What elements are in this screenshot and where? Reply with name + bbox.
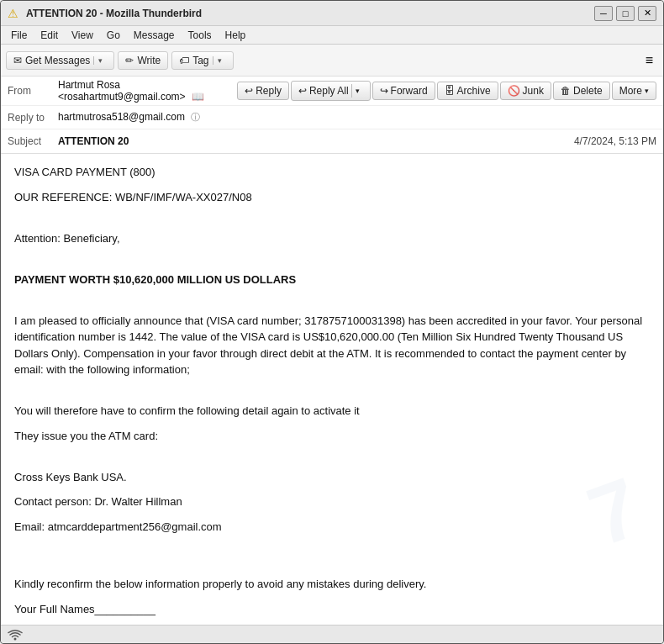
forward-button[interactable]: ↪ Forward (372, 82, 435, 100)
svg-point-0 (14, 637, 17, 640)
from-value: Hartmut Rosa <rosahartmut9@gmail.com> 📖 (58, 79, 234, 103)
reply-all-dropdown-icon[interactable]: ▾ (351, 84, 363, 98)
from-row: From Hartmut Rosa <rosahartmut9@gmail.co… (1, 77, 663, 106)
close-button[interactable]: ✕ (638, 6, 656, 21)
email-date: 4/7/2024, 5:13 PM (574, 135, 656, 147)
pencil-icon: ✏ (125, 55, 134, 66)
main-window: ⚠ ATTENTION 20 - Mozilla Thunderbird ─ □… (0, 0, 664, 644)
reply-all-label: Reply All (309, 85, 349, 97)
write-button[interactable]: ✏ Write (118, 51, 168, 70)
subject-label: Subject (8, 135, 58, 147)
tag-button[interactable]: 🏷 Tag ▾ (171, 51, 233, 70)
junk-icon: 🚫 (508, 85, 520, 97)
envelope-icon: ✉ (13, 55, 22, 66)
title-bar: ⚠ ATTENTION 20 - Mozilla Thunderbird ─ □… (1, 1, 663, 26)
junk-button[interactable]: 🚫 Junk (500, 82, 551, 100)
reply-to-label: Reply to (8, 112, 58, 124)
window-controls: ─ □ ✕ (594, 6, 656, 21)
archive-button[interactable]: 🗄 Archive (437, 82, 498, 100)
minimize-button[interactable]: ─ (594, 6, 613, 21)
body-line2: OUR REFERENCE: WB/NF/IMF/WA-XX027/N08 (14, 189, 650, 206)
archive-icon: 🗄 (445, 85, 455, 97)
delete-button[interactable]: 🗑 Delete (553, 82, 610, 100)
subject-row: Subject ATTENTION 20 4/7/2024, 5:13 PM (1, 129, 663, 153)
email-header: From Hartmut Rosa <rosahartmut9@gmail.co… (1, 77, 663, 154)
menu-edit[interactable]: Edit (34, 29, 65, 42)
body-line1: VISA CARD PAYMENT (800) (14, 164, 650, 181)
reply-button[interactable]: ↩ Reply (237, 82, 289, 100)
menu-help[interactable]: Help (219, 29, 253, 42)
tag-dropdown-icon[interactable]: ▾ (213, 56, 226, 65)
reply-to-email: hartmutrosa518@gmail.com (58, 111, 185, 123)
wifi-icon (8, 629, 23, 641)
reply-to-value: hartmutrosa518@gmail.com ⓘ (58, 111, 656, 124)
body-line9: You will therefore have to confirm the f… (14, 403, 650, 420)
menu-file[interactable]: File (4, 29, 34, 42)
body-line18: Your Full Names__________ (14, 601, 650, 618)
more-label: More (619, 85, 642, 97)
menu-view[interactable]: View (65, 29, 100, 42)
menu-bar: File Edit View Go Message Tools Help (1, 26, 663, 45)
body-line17: Kindly reconfirm the below information p… (14, 576, 650, 593)
body-line14: Email: atmcarddepartment256@gmail.com (14, 519, 650, 536)
body-line12: Cross Keys Bank USA. (14, 469, 650, 486)
from-email: <rosahartmut9@gmail.com> (58, 91, 186, 103)
get-messages-label: Get Messages (25, 55, 90, 66)
from-action-buttons: ↩ Reply ↩ Reply All ▾ ↪ Forward 🗄 Archiv… (237, 81, 656, 101)
from-label: From (8, 85, 58, 97)
trash-icon: 🗑 (561, 85, 571, 97)
window-title: ATTENTION 20 - Mozilla Thunderbird (26, 8, 594, 19)
toolbar: ✉ Get Messages ▾ ✏ Write 🏷 Tag ▾ ≡ (1, 45, 663, 77)
address-book-icon[interactable]: 📖 (192, 91, 204, 103)
email-body: 7 VISA CARD PAYMENT (800) OUR REFERENCE:… (1, 154, 663, 625)
app-icon: ⚠ (8, 7, 21, 20)
more-button[interactable]: More ▾ (612, 82, 656, 100)
get-messages-button[interactable]: ✉ Get Messages ▾ (6, 51, 114, 70)
reply-icon: ↩ (245, 85, 253, 97)
body-line10: They issue you the ATM card: (14, 428, 650, 445)
body-line13: Contact person: Dr. Walter Hillman (14, 494, 650, 510)
email-content: VISA CARD PAYMENT (800) OUR REFERENCE: W… (14, 164, 650, 625)
menu-message[interactable]: Message (127, 29, 182, 42)
hamburger-menu-button[interactable]: ≡ (640, 50, 658, 71)
body-paragraph1: I am pleased to officially announce that… (14, 313, 650, 378)
reply-all-button[interactable]: ↩ Reply All ▾ (291, 81, 371, 101)
reply-label: Reply (256, 85, 282, 97)
delete-label: Delete (573, 85, 603, 97)
from-name: Hartmut Rosa (58, 79, 120, 91)
archive-label: Archive (457, 85, 491, 97)
body-line6: PAYMENT WORTH $10,620,000 MILLION US DOL… (14, 272, 650, 288)
status-bar (1, 625, 663, 643)
subject-value: ATTENTION 20 (58, 135, 574, 147)
write-label: Write (137, 55, 161, 66)
forward-label: Forward (391, 85, 428, 97)
reply-to-row: Reply to hartmutrosa518@gmail.com ⓘ (1, 106, 663, 129)
get-messages-dropdown-icon[interactable]: ▾ (93, 56, 107, 65)
menu-tools[interactable]: Tools (182, 29, 219, 42)
body-line4: Attention: Beneficiary, (14, 230, 650, 247)
forward-icon: ↪ (380, 85, 388, 97)
junk-label: Junk (523, 85, 544, 97)
more-dropdown-icon: ▾ (645, 87, 649, 95)
reply-all-icon: ↩ (298, 85, 307, 97)
reply-to-info-icon: ⓘ (191, 112, 200, 122)
tag-label: Tag (192, 55, 208, 66)
maximize-button[interactable]: □ (616, 6, 635, 21)
tag-icon: 🏷 (179, 55, 189, 66)
menu-go[interactable]: Go (100, 29, 127, 42)
